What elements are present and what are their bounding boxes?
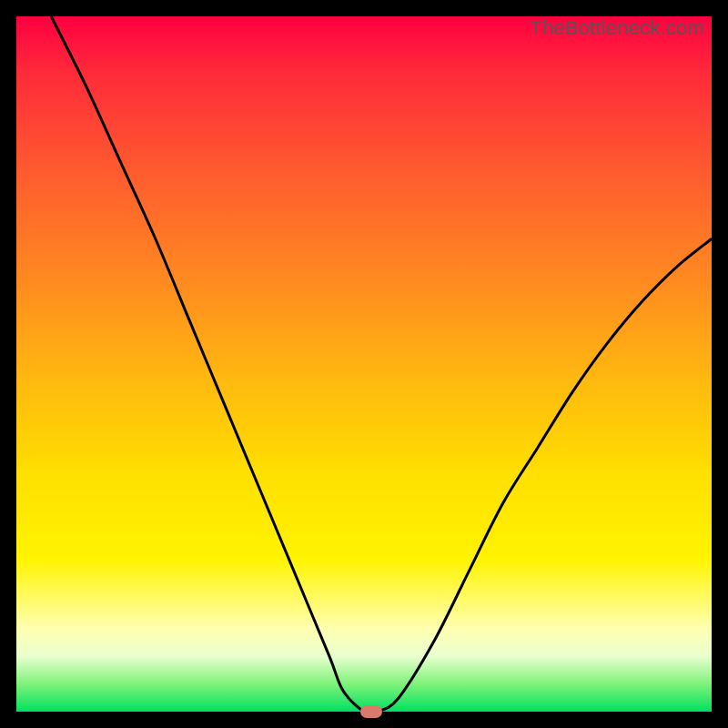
chart-frame: TheBottleneck.com [0, 0, 728, 728]
bottleneck-curve [16, 16, 712, 712]
optimal-point-marker [360, 705, 382, 718]
curve-path [51, 16, 712, 713]
plot-area: TheBottleneck.com [16, 16, 712, 712]
